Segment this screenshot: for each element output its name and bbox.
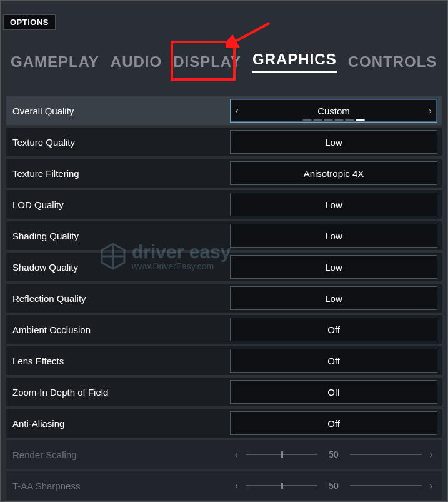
slider-track <box>246 485 317 486</box>
tab-graphics[interactable]: GRAPHICS <box>252 51 337 73</box>
setting-label: Texture Filtering <box>6 168 230 179</box>
setting-anti-aliasing[interactable]: Anti-Aliasing Off <box>6 408 442 438</box>
setting-taa-sharpness: T-AA Sharpness ‹ 50 › <box>6 471 442 501</box>
setting-value-selector[interactable]: Low <box>230 255 437 279</box>
slider-value: 50 <box>325 481 342 491</box>
options-badge: OPTIONS <box>3 14 56 30</box>
chevron-right-icon[interactable]: › <box>429 106 432 116</box>
chevron-right-icon: › <box>429 449 432 459</box>
setting-label: Texture Quality <box>6 137 230 148</box>
slider-value: 50 <box>325 449 342 459</box>
setting-value: Low <box>325 199 342 210</box>
setting-label: Shadow Quality <box>6 262 230 273</box>
setting-value: Custom <box>317 106 350 116</box>
setting-value-selector[interactable]: Low <box>230 286 437 310</box>
setting-label: Anti-Aliasing <box>6 418 230 429</box>
setting-label: Lens Effects <box>6 356 230 366</box>
setting-value: Off <box>327 418 340 429</box>
svg-line-0 <box>232 23 269 43</box>
settings-list: Overall Quality ‹ Custom › Texture Quali… <box>6 96 442 502</box>
chevron-right-icon: › <box>429 481 432 491</box>
setting-shading-quality[interactable]: Shading Quality Low <box>6 221 442 251</box>
setting-label: Reflection Quality <box>6 293 230 304</box>
setting-value: Anisotropic 4X <box>304 168 364 179</box>
tab-display[interactable]: DISPLAY <box>173 53 241 71</box>
chevron-left-icon: ‹ <box>235 449 238 459</box>
setting-value: Low <box>325 137 342 148</box>
setting-value-selector[interactable]: Off <box>230 318 437 341</box>
chevron-left-icon[interactable]: ‹ <box>236 106 239 116</box>
setting-slider: ‹ 50 › <box>230 443 437 466</box>
slider-track <box>350 485 422 486</box>
annotation-arrow-icon <box>226 19 276 48</box>
setting-value: Off <box>327 324 340 335</box>
setting-value-selector[interactable]: Anisotropic 4X <box>230 161 437 185</box>
setting-label: LOD Quality <box>6 199 230 210</box>
setting-value-selector[interactable]: Low <box>230 193 437 216</box>
setting-value: Off <box>327 387 340 398</box>
slider-knob <box>281 483 283 489</box>
setting-value: Low <box>325 262 342 273</box>
setting-value-selector[interactable]: Low <box>230 130 437 154</box>
setting-slider: ‹ 50 › <box>230 474 437 498</box>
setting-value: Low <box>325 293 342 304</box>
setting-shadow-quality[interactable]: Shadow Quality Low <box>6 252 442 282</box>
setting-label: Zoom-In Depth of Field <box>6 387 230 398</box>
setting-value-selector[interactable]: Low <box>230 224 437 248</box>
chevron-left-icon: ‹ <box>235 481 238 491</box>
setting-reflection-quality[interactable]: Reflection Quality Low <box>6 283 442 313</box>
setting-value-selector[interactable]: Off <box>230 411 437 435</box>
setting-zoom-dof[interactable]: Zoom-In Depth of Field Off <box>6 377 442 407</box>
setting-label: Overall Quality <box>6 106 230 116</box>
setting-lens-effects[interactable]: Lens Effects Off <box>6 346 442 376</box>
setting-texture-filtering[interactable]: Texture Filtering Anisotropic 4X <box>6 158 442 188</box>
tabs-bar: GAMEPLAY AUDIO DISPLAY GRAPHICS CONTROLS <box>11 51 437 73</box>
setting-value-selector[interactable]: ‹ Custom › <box>230 99 437 123</box>
setting-label: Ambient Occlusion <box>6 324 230 335</box>
tab-gameplay[interactable]: GAMEPLAY <box>11 53 99 71</box>
setting-value-selector[interactable]: Off <box>230 349 437 373</box>
setting-label: Shading Quality <box>6 231 230 241</box>
setting-label: T-AA Sharpness <box>6 481 230 491</box>
slider-track <box>350 454 422 455</box>
slider-knob <box>281 451 283 458</box>
setting-value-selector[interactable]: Off <box>230 380 437 404</box>
setting-overall-quality[interactable]: Overall Quality ‹ Custom › <box>6 96 442 126</box>
slider-track <box>246 454 317 455</box>
setting-label: Render Scaling <box>6 449 230 460</box>
setting-value: Off <box>327 356 340 366</box>
setting-ambient-occlusion[interactable]: Ambient Occlusion Off <box>6 314 442 344</box>
setting-value: Low <box>325 231 342 241</box>
tab-controls[interactable]: CONTROLS <box>348 53 437 71</box>
preset-indicator <box>303 119 365 121</box>
setting-lod-quality[interactable]: LOD Quality Low <box>6 189 442 219</box>
setting-render-scaling: Render Scaling ‹ 50 › <box>6 439 442 469</box>
tab-audio[interactable]: AUDIO <box>111 53 162 71</box>
setting-texture-quality[interactable]: Texture Quality Low <box>6 127 442 157</box>
